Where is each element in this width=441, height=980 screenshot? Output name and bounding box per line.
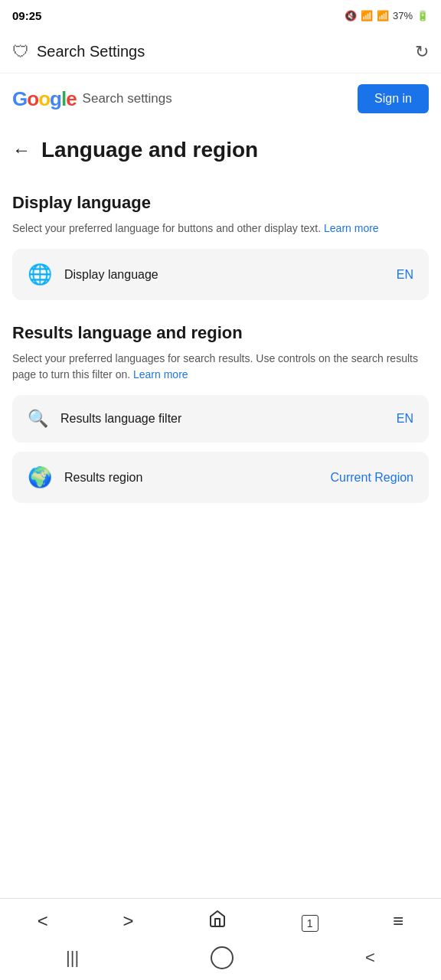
- results-language-desc: Select your preferred languages for sear…: [12, 351, 429, 383]
- bottom-nav: < > 1 ≡ ||| <: [0, 898, 441, 980]
- nav-forward-button[interactable]: >: [113, 907, 142, 935]
- results-language-title: Results language and region: [12, 323, 429, 343]
- nav-home-button[interactable]: [199, 906, 236, 936]
- display-language-left: 🌐 Display language: [28, 263, 158, 286]
- tab-count: 1: [302, 915, 318, 932]
- results-language-section: Results language and region Select your …: [12, 323, 429, 503]
- results-region-value: Current Region: [331, 471, 414, 485]
- display-language-label: Display language: [64, 268, 158, 282]
- sign-in-button[interactable]: Sign in: [358, 84, 429, 113]
- home-gesture-icon[interactable]: [211, 946, 234, 969]
- nav-menu-button[interactable]: ≡: [384, 907, 413, 935]
- display-language-title: Display language: [12, 193, 429, 213]
- spacer: [0, 716, 441, 898]
- mute-icon: 🔇: [345, 10, 357, 21]
- google-logo-area: Google Search settings: [12, 87, 172, 111]
- signal-icon: 📶: [377, 10, 389, 21]
- results-region-left: 🌍 Results region: [28, 466, 142, 489]
- results-filter-icon: 🔍: [28, 409, 48, 429]
- nav-back-button[interactable]: <: [28, 907, 57, 935]
- status-time: 09:25: [12, 9, 41, 22]
- display-language-value: EN: [397, 268, 413, 282]
- results-region-label: Results region: [64, 471, 142, 485]
- status-bar: 09:25 🔇 📶 📶 37% 🔋: [0, 0, 441, 31]
- display-language-item[interactable]: 🌐 Display language EN: [12, 249, 429, 300]
- globe-dark-icon: 🌍: [28, 466, 52, 489]
- recents-gesture-icon[interactable]: |||: [66, 948, 79, 968]
- status-icons: 🔇 📶 📶 37% 🔋: [345, 10, 429, 21]
- nav-tab-button[interactable]: 1: [292, 907, 328, 935]
- results-language-filter-item[interactable]: 🔍 Results language filter EN: [12, 395, 429, 443]
- app-bar-title: Search Settings: [37, 43, 145, 60]
- globe-icon: 🌐: [28, 263, 52, 286]
- display-language-learn-more[interactable]: Learn more: [324, 222, 379, 234]
- shield-icon: 🛡: [12, 42, 29, 62]
- page-title: Language and region: [41, 138, 258, 162]
- results-region-item[interactable]: 🌍 Results region Current Region: [12, 452, 429, 503]
- gesture-bar: ||| <: [0, 940, 441, 980]
- display-language-desc: Select your preferred language for butto…: [12, 220, 429, 237]
- display-language-section: Display language Select your preferred l…: [12, 193, 429, 300]
- results-language-filter-value: EN: [397, 412, 413, 426]
- battery-icon: 🔋: [416, 10, 429, 21]
- nav-row: < > 1 ≡: [0, 899, 441, 940]
- google-subtitle: Search settings: [83, 91, 172, 106]
- results-language-filter-left: 🔍 Results language filter: [28, 409, 181, 429]
- back-gesture-icon[interactable]: <: [365, 948, 375, 968]
- results-language-learn-more[interactable]: Learn more: [133, 368, 188, 381]
- battery-level: 37%: [393, 10, 413, 21]
- results-language-filter-label: Results language filter: [60, 412, 181, 426]
- google-header: Google Search settings Sign in: [0, 74, 441, 124]
- app-bar: 🛡 Search Settings ↻: [0, 31, 441, 74]
- wifi-icon: 📶: [361, 10, 373, 21]
- refresh-icon[interactable]: ↻: [415, 42, 429, 62]
- main-content: Display language Select your preferred l…: [0, 170, 441, 716]
- page-title-bar: ← Language and region: [0, 124, 441, 170]
- back-button[interactable]: ←: [12, 139, 31, 161]
- app-bar-left: 🛡 Search Settings: [12, 42, 145, 62]
- google-logo: Google: [12, 87, 77, 111]
